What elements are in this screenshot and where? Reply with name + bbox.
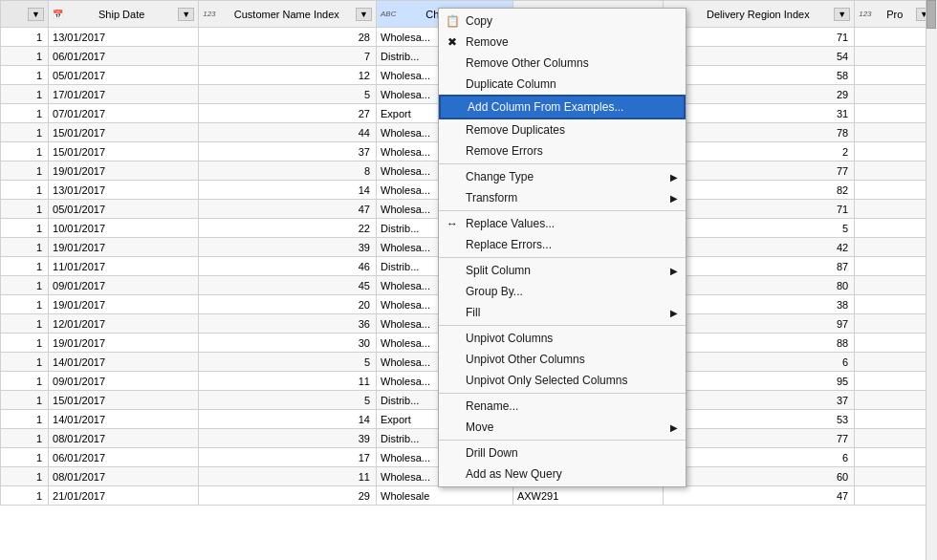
- table-row: 121/01/201729WholesaleAXW29147: [1, 486, 937, 506]
- cell-rownum: 1: [1, 372, 49, 391]
- cell-rownum: 1: [1, 123, 49, 142]
- menu-label-replace-errors: Replace Errors...: [466, 238, 552, 251]
- menu-label-duplicate-column: Duplicate Column: [466, 77, 556, 91]
- menu-item-move[interactable]: Move▶: [439, 417, 686, 438]
- menu-item-split-column[interactable]: Split Column▶: [439, 260, 686, 281]
- col-dropdown-customer[interactable]: ▼: [356, 8, 372, 21]
- menu-separator: [439, 440, 686, 441]
- cell-rownum: 1: [1, 429, 49, 448]
- submenu-arrow-split-column: ▶: [670, 266, 678, 276]
- menu-item-drill-down[interactable]: Drill Down: [439, 442, 686, 463]
- menu-label-transform: Transform: [466, 191, 517, 205]
- cell-rownum: 1: [1, 467, 49, 486]
- cell-rownum: 1: [1, 47, 49, 66]
- col-dropdown-rownum[interactable]: ▼: [28, 8, 44, 21]
- cell-rownum: 1: [1, 314, 49, 334]
- menu-label-replace-values: Replace Values...: [466, 217, 555, 230]
- menu-label-remove-errors: Remove Errors: [466, 144, 543, 158]
- menu-item-unpivot-other-columns[interactable]: Unpivot Other Columns: [439, 349, 686, 370]
- menu-item-change-type[interactable]: Change Type▶: [439, 166, 686, 187]
- cell-rownum: 1: [1, 295, 49, 314]
- col-header-delivery: 123 Delivery Region Index ▼: [664, 1, 855, 28]
- menu-label-drill-down: Drill Down: [466, 446, 518, 460]
- menu-separator: [439, 210, 686, 211]
- col-dropdown-ship-date[interactable]: ▼: [178, 8, 194, 21]
- cell-rownum: 1: [1, 28, 49, 47]
- menu-label-group-by: Group By...: [466, 285, 523, 298]
- menu-item-add-as-new-query[interactable]: Add as New Query: [439, 463, 686, 485]
- menu-item-unpivot-only-selected[interactable]: Unpivot Only Selected Columns: [439, 370, 686, 391]
- cell-rownum: 1: [1, 200, 49, 219]
- menu-item-remove-errors[interactable]: Remove Errors: [439, 140, 686, 162]
- cell-rownum: 1: [1, 353, 49, 372]
- menu-label-rename: Rename...: [466, 399, 518, 413]
- cell-rownum: 1: [1, 276, 49, 295]
- scrollbar[interactable]: [926, 0, 937, 560]
- scrollbar-thumb[interactable]: [926, 0, 936, 29]
- menu-label-fill: Fill: [466, 306, 480, 319]
- col-header-customer: 123 Customer Name Index ▼: [199, 1, 377, 28]
- menu-separator: [439, 325, 686, 326]
- cell-rownum: 1: [1, 104, 49, 123]
- submenu-arrow-transform: ▶: [670, 193, 678, 204]
- cell-rownum: 1: [1, 66, 49, 85]
- menu-item-transform[interactable]: Transform▶: [439, 187, 686, 208]
- menu-separator: [439, 257, 686, 258]
- menu-label-unpivot-only-selected: Unpivot Only Selected Columns: [466, 374, 627, 387]
- context-menu: 📋Copy✖RemoveRemove Other ColumnsDuplicat…: [438, 8, 686, 487]
- cell-rownum: 1: [1, 142, 49, 162]
- menu-label-remove: Remove: [466, 35, 509, 49]
- menu-icon-copy: 📋: [443, 14, 462, 28]
- menu-item-replace-errors[interactable]: Replace Errors...: [439, 234, 686, 255]
- menu-label-unpivot-columns: Unpivot Columns: [466, 332, 553, 345]
- menu-label-remove-duplicates: Remove Duplicates: [466, 123, 565, 137]
- menu-separator: [439, 163, 686, 164]
- cell-rownum: 1: [1, 238, 49, 257]
- menu-label-unpivot-other-columns: Unpivot Other Columns: [466, 353, 585, 366]
- cell-rownum: 1: [1, 334, 49, 353]
- cell-rownum: 1: [1, 448, 49, 467]
- menu-item-add-column-from-examples[interactable]: Add Column From Examples...: [439, 95, 686, 119]
- cell-rownum: 1: [1, 257, 49, 276]
- submenu-arrow-fill: ▶: [670, 308, 678, 318]
- cell-rownum: 1: [1, 162, 49, 181]
- menu-item-duplicate-column[interactable]: Duplicate Column: [439, 74, 686, 95]
- menu-label-copy: Copy: [466, 14, 492, 28]
- menu-label-change-type: Change Type: [466, 170, 534, 183]
- menu-separator: [439, 393, 686, 394]
- menu-label-remove-other-columns: Remove Other Columns: [466, 56, 589, 70]
- cell-rownum: 1: [1, 219, 49, 238]
- menu-item-replace-values[interactable]: ↔Replace Values...: [439, 213, 686, 234]
- menu-item-rename[interactable]: Rename...: [439, 396, 686, 417]
- cell-rownum: 1: [1, 391, 49, 410]
- cell-rownum: 1: [1, 181, 49, 200]
- menu-item-group-by[interactable]: Group By...: [439, 281, 686, 302]
- submenu-arrow-change-type: ▶: [670, 172, 678, 183]
- col-dropdown-delivery[interactable]: ▼: [834, 8, 850, 21]
- menu-item-fill[interactable]: Fill▶: [439, 302, 686, 323]
- col-header-rownum: ▼: [1, 1, 49, 28]
- col-header-ship-date: 📅 Ship Date ▼: [49, 1, 199, 28]
- menu-icon-remove: ✖: [443, 35, 462, 49]
- menu-icon-replace-values: ↔: [443, 217, 462, 230]
- menu-label-add-as-new-query: Add as New Query: [466, 467, 562, 481]
- cell-rownum: 1: [1, 486, 49, 506]
- cell-rownum: 1: [1, 410, 49, 429]
- menu-item-unpivot-columns[interactable]: Unpivot Columns: [439, 328, 686, 349]
- col-header-pro: 123 Pro ▼: [855, 1, 937, 28]
- menu-label-move: Move: [466, 420, 493, 434]
- menu-item-remove-duplicates[interactable]: Remove Duplicates: [439, 119, 686, 140]
- submenu-arrow-move: ▶: [670, 422, 678, 433]
- table-container: ▼ 📅 Ship Date ▼ 123 Customer Name Index …: [0, 0, 937, 560]
- menu-item-copy[interactable]: 📋Copy: [439, 11, 686, 32]
- menu-item-remove[interactable]: ✖Remove: [439, 32, 686, 53]
- menu-item-remove-other-columns[interactable]: Remove Other Columns: [439, 53, 686, 74]
- cell-rownum: 1: [1, 85, 49, 104]
- menu-label-add-column-from-examples: Add Column From Examples...: [468, 100, 623, 114]
- menu-label-split-column: Split Column: [466, 264, 531, 277]
